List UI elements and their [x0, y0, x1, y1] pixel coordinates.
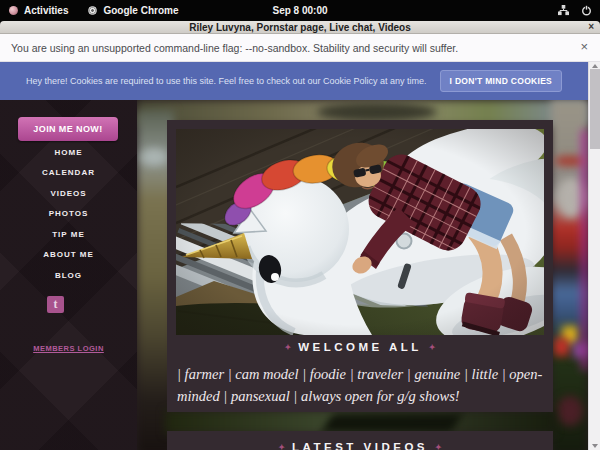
diamond-marker-icon: ✦ [271, 443, 292, 450]
power-icon[interactable] [581, 5, 592, 16]
sidebar: JOIN ME NOW! HOME CALENDAR VIDEOS PHOTOS… [0, 100, 137, 450]
description-line: | farmer | cam model | foodie | traveler… [177, 363, 547, 385]
scrollbar-up-icon[interactable] [592, 64, 598, 68]
screen: Activities Google Chrome Sep 8 00:00 Ril… [0, 0, 600, 450]
sidebar-item-calendar[interactable]: CALENDAR [0, 163, 137, 184]
sidebar-item-home[interactable]: HOME [0, 142, 137, 163]
window-close-button[interactable]: × [588, 21, 594, 34]
scrollbar-down-icon[interactable] [592, 444, 598, 448]
scrollbar-thumb[interactable] [590, 69, 600, 149]
sidebar-item-tip-me[interactable]: TIP ME [0, 224, 137, 245]
profile-description: | farmer | cam model | foodie | traveler… [177, 363, 547, 407]
chrome-infobar: You are using an unsupported command-lin… [0, 34, 600, 62]
clock[interactable]: Sep 8 00:00 [0, 5, 600, 16]
hero-photo-unicorn[interactable] [176, 129, 544, 335]
diamond-marker-icon: ✦ [422, 343, 443, 352]
cookie-accept-button[interactable]: I DON'T MIND COOKIES [440, 70, 562, 92]
latest-videos-heading-text: LATEST VIDEOS [292, 441, 428, 450]
gnome-top-bar: Activities Google Chrome Sep 8 00:00 [0, 0, 600, 21]
latest-videos-panel: ✦LATEST VIDEOS✦ [167, 431, 553, 450]
cookie-message: Hey there! Cookies are required to use t… [26, 76, 427, 86]
members-login-link[interactable]: MEMBERS LOGIN [0, 344, 137, 353]
diamond-marker-icon: ✦ [428, 443, 449, 450]
sidebar-item-about-me[interactable]: ABOUT ME [0, 245, 137, 266]
window-title: Riley Luvyna, Pornstar page, Live chat, … [189, 22, 411, 33]
description-line: minded | pansexual | always open for g/g… [177, 385, 547, 407]
sidebar-item-videos[interactable]: VIDEOS [0, 183, 137, 204]
tumblr-icon[interactable]: t [47, 296, 64, 313]
window-titlebar[interactable]: Riley Luvyna, Pornstar page, Live chat, … [0, 21, 600, 34]
browser-viewport: Hey there! Cookies are required to use t… [0, 62, 600, 450]
latest-videos-heading: ✦LATEST VIDEOS✦ [167, 441, 553, 450]
page-scrollbar[interactable] [588, 62, 600, 450]
network-icon[interactable] [558, 5, 569, 16]
welcome-heading-text: WELCOME ALL [298, 341, 422, 353]
infobar-message: You are using an unsupported command-lin… [0, 42, 458, 54]
diamond-marker-icon: ✦ [277, 343, 298, 352]
cookie-consent-bar: Hey there! Cookies are required to use t… [0, 62, 588, 100]
main-content-panel: ✦WELCOME ALL✦ | farmer | cam model | foo… [167, 120, 553, 412]
sidebar-item-photos[interactable]: PHOTOS [0, 204, 137, 225]
sidebar-item-blog[interactable]: BLOG [0, 265, 137, 286]
join-me-now-button[interactable]: JOIN ME NOW! [18, 117, 118, 141]
sidebar-nav: HOME CALENDAR VIDEOS PHOTOS TIP ME ABOUT… [0, 142, 137, 286]
welcome-heading: ✦WELCOME ALL✦ [167, 341, 553, 353]
infobar-close-icon[interactable]: × [580, 39, 588, 55]
